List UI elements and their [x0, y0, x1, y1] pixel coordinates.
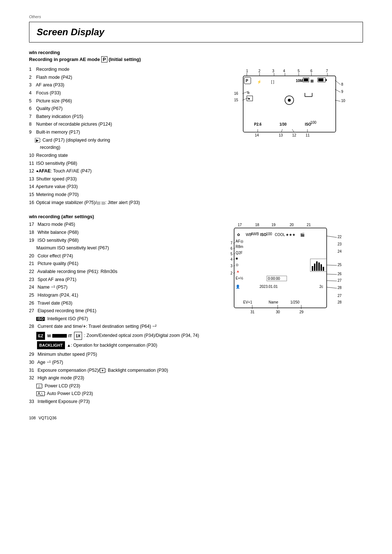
subsection-heading2: Recording in program AE mode P (Initial … — [29, 57, 363, 62]
svg-text:3: 3 — [272, 69, 274, 73]
list-item: 24 Name −¹ (P57) — [29, 284, 207, 291]
svg-text:35: 35 — [230, 252, 233, 256]
list-item: 22 Available recording time (P61): R8m30… — [29, 268, 207, 276]
list-item: 9 Built-in memory (P17) — [29, 129, 207, 136]
svg-text:23: 23 — [338, 242, 342, 246]
diagram2-svg: 17 18 19 20 21 ✿ WB AWB ISO 100 — [230, 221, 350, 319]
page: Others Screen Display wIn recording Reco… — [0, 0, 392, 554]
list-item: 28 Current date and time/✈: Travel desti… — [29, 323, 207, 330]
svg-text:AF◎: AF◎ — [236, 239, 244, 243]
backlight-label: BACKLIGHT — [37, 341, 65, 349]
svg-text:👤: 👤 — [236, 284, 240, 289]
list-item: 19 ISO sensitivity (P68) — [29, 237, 207, 244]
svg-text:2023.01.01: 2023.01.01 — [260, 285, 278, 289]
footer: 108 VQT1Q36 — [29, 415, 363, 420]
svg-rect-97 — [316, 261, 318, 271]
section2-content: 17 Macro mode (P45) 18 White balance (P6… — [29, 221, 363, 406]
svg-rect-100 — [323, 267, 324, 271]
svg-text:[ ]: [ ] — [271, 80, 274, 84]
svg-text:27: 27 — [338, 278, 342, 282]
svg-text:16: 16 — [234, 91, 238, 95]
zoom-label-1x: 1X — [74, 332, 82, 340]
svg-text:100: 100 — [310, 121, 317, 125]
svg-text:17: 17 — [238, 223, 242, 227]
list-item: 29 Minimum shutter speed (P75) — [29, 351, 207, 358]
list-item: 1 Recording mode — [29, 66, 207, 73]
list-item: 25 Histogram (P24, 41) — [29, 292, 207, 299]
list-item: 26 Travel date (P63) — [29, 300, 207, 307]
svg-text:28: 28 — [338, 286, 342, 290]
svg-text:1/250: 1/250 — [290, 300, 299, 304]
section1-content: 1 Recording mode 2 Flash mode (P42) 3 AF… — [29, 66, 363, 207]
svg-text:9: 9 — [341, 90, 343, 94]
svg-text:13: 13 — [279, 133, 283, 137]
svg-text:22: 22 — [338, 235, 342, 239]
svg-text:31: 31 — [250, 310, 255, 314]
svg-text:⚡: ⚡ — [257, 80, 262, 84]
svg-point-38 — [288, 99, 291, 102]
svg-text:5: 5 — [298, 69, 300, 73]
svg-text:▦: ▦ — [310, 79, 314, 83]
svg-text:20: 20 — [290, 223, 294, 227]
svg-text:30: 30 — [276, 310, 280, 314]
list-item: 6 Quality (P67) — [29, 105, 207, 113]
svg-text:6: 6 — [310, 69, 313, 73]
list-item: ▶: Card (P17) (displayed only during rec… — [29, 137, 207, 151]
list-item: 20 Color effect (P74) — [29, 252, 207, 260]
svg-text:P: P — [246, 79, 248, 83]
svg-text:⊙: ⊙ — [236, 263, 238, 267]
section-label: Others — [29, 15, 363, 19]
svg-rect-99 — [320, 264, 322, 271]
zoom-bar-row: EZ W IT 1X : Zoom/Extended optical zoom … — [36, 332, 207, 340]
svg-text:≋: ≋ — [247, 91, 250, 95]
svg-text:2: 2 — [258, 69, 261, 73]
list-item: 16 Optical image stabilizer (P75)/(((□))… — [29, 199, 207, 207]
svg-text:10: 10 — [341, 99, 346, 103]
svg-text:1: 1 — [246, 69, 248, 73]
backlight-row: BACKLIGHT ▲: Operation for backlight com… — [36, 341, 207, 349]
list-item: 5 Picture size (P66) — [29, 97, 207, 105]
svg-text:■: ■ — [236, 256, 238, 260]
svg-text:E+½: E+½ — [236, 276, 244, 280]
svg-text:Name: Name — [269, 300, 278, 304]
item-list-1: 1 Recording mode 2 Flash mode (P42) 3 AF… — [29, 66, 207, 206]
svg-text:27: 27 — [338, 294, 342, 298]
svg-line-101 — [327, 265, 337, 265]
svg-text:10M: 10M — [296, 79, 303, 83]
svg-rect-25 — [318, 78, 323, 81]
list-item: 21 Picture quality (P61) — [29, 260, 207, 268]
svg-line-72 — [327, 236, 337, 237]
list-item: 3 AF area (P33) — [29, 81, 207, 89]
svg-rect-95 — [312, 266, 313, 271]
svg-line-106 — [327, 281, 337, 281]
svg-line-54 — [281, 129, 282, 132]
svg-text:15: 15 — [234, 98, 238, 102]
svg-text:🔺: 🔺 — [236, 269, 240, 274]
list-item: 23 Spot AF area (P71) — [29, 276, 207, 284]
section1-list: 1 Recording mode 2 Flash mode (P42) 3 AF… — [29, 66, 207, 207]
svg-text:26: 26 — [338, 272, 342, 276]
item-list-2b: 29 Minimum shutter speed (P75) 30 Age −¹… — [29, 351, 207, 405]
item-list-2: 17 Macro mode (P45) 18 White balance (P6… — [29, 221, 207, 330]
svg-text:●: ● — [248, 97, 250, 101]
svg-text:33: 33 — [230, 264, 233, 268]
svg-text:Q2F: Q2F — [236, 251, 242, 255]
subsection2-heading: wIn recording (after settings) — [29, 214, 363, 219]
svg-text:P2.6: P2.6 — [254, 122, 262, 126]
svg-text:36: 36 — [230, 247, 233, 250]
list-item: 18 White balance (P68) — [29, 229, 207, 236]
list-item: 4 Focus (P33) — [29, 89, 207, 97]
svg-text:R8m: R8m — [236, 245, 243, 249]
svg-text:29: 29 — [299, 310, 304, 314]
list-item: 7 Battery indication (P15) — [29, 113, 207, 121]
svg-line-105 — [327, 274, 337, 274]
svg-text:21: 21 — [307, 223, 311, 227]
svg-text:✿: ✿ — [237, 233, 240, 237]
list-item: 27 Elapsed recording time (P61) — [29, 307, 207, 315]
svg-rect-98 — [318, 262, 320, 271]
list-item: △: Power LCD (P23) — [29, 382, 207, 390]
subsection-heading1: wIn recording — [29, 50, 363, 55]
svg-text:2c: 2c — [319, 285, 323, 289]
list-item: 15 Metering mode (P70) — [29, 191, 207, 199]
svg-text:32: 32 — [230, 271, 233, 275]
